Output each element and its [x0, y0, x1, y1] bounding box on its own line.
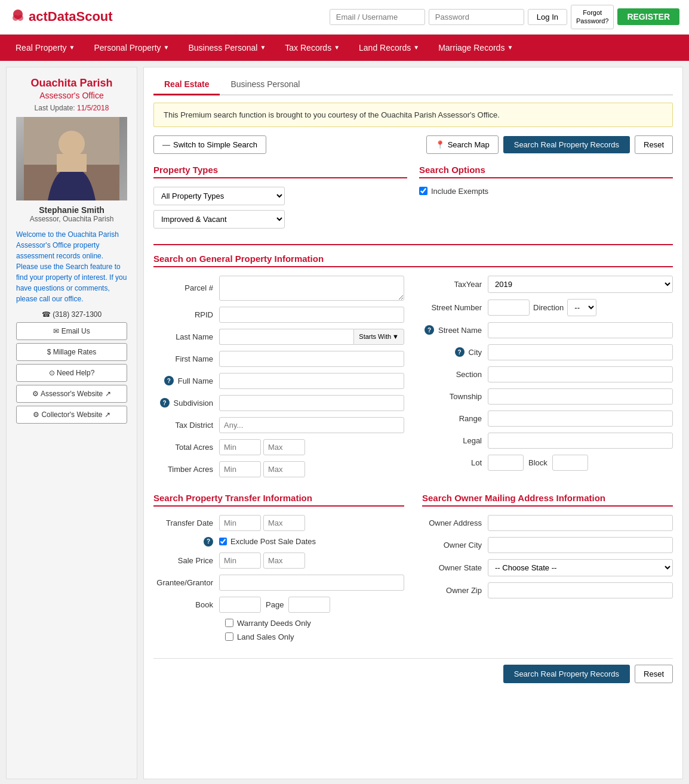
warranty-deeds-checkbox[interactable]: [225, 619, 233, 627]
range-input[interactable]: [488, 410, 673, 427]
direction-select[interactable]: -- N S E W: [567, 299, 596, 316]
parcel-input[interactable]: [219, 276, 404, 301]
full-name-input[interactable]: [219, 373, 404, 389]
city-help-icon[interactable]: ?: [455, 347, 465, 357]
starts-with-button[interactable]: Starts With ▼: [353, 329, 404, 345]
sale-price-label: Sale Price: [153, 556, 219, 565]
land-sales-label-row[interactable]: Land Sales Only: [225, 632, 404, 641]
block-input[interactable]: [552, 455, 588, 471]
nav-item-real-property[interactable]: Real Property ▼: [6, 35, 85, 61]
include-exempts-checkbox[interactable]: [419, 187, 427, 195]
rpid-label: RPID: [153, 310, 219, 319]
forgot-password-button[interactable]: ForgotPassword?: [571, 5, 614, 29]
transfer-date-min[interactable]: [219, 515, 261, 531]
include-exempts-row[interactable]: Include Exempts: [419, 187, 673, 196]
exclude-post-help-icon[interactable]: ?: [204, 537, 213, 547]
total-acres-min[interactable]: [219, 439, 261, 455]
search-map-button[interactable]: 📍 Search Map: [426, 135, 499, 154]
city-input[interactable]: [488, 344, 673, 360]
search-options-title: Search Options: [419, 165, 673, 178]
nav-arrow-business-personal: ▼: [260, 44, 266, 51]
timber-acres-min[interactable]: [219, 461, 261, 477]
tab-business-personal[interactable]: Business Personal: [220, 75, 310, 95]
street-name-label: Street Name: [436, 326, 482, 335]
millage-rates-button[interactable]: $ Millage Rates: [16, 343, 127, 361]
email-input[interactable]: [330, 9, 425, 25]
nav-item-land-records[interactable]: Land Records ▼: [349, 35, 429, 61]
tab-real-estate[interactable]: Real Estate: [153, 75, 220, 95]
rpid-input[interactable]: [219, 307, 404, 323]
nav-arrow-personal-property: ▼: [164, 44, 170, 51]
register-button[interactable]: REGISTER: [617, 8, 679, 25]
owner-address-input[interactable]: [488, 515, 673, 531]
svg-point-2: [17, 15, 23, 21]
tax-year-select[interactable]: 2019 2018 2017: [488, 276, 673, 293]
parcel-label: Parcel #: [153, 283, 219, 292]
nav-item-tax-records[interactable]: Tax Records ▼: [275, 35, 349, 61]
street-number-input[interactable]: [488, 300, 530, 316]
need-help-button[interactable]: ⊙ Need Help?: [16, 364, 127, 382]
legal-input[interactable]: [488, 433, 673, 449]
grantee-grantor-label: Grantee/Grantor: [153, 578, 219, 587]
owner-zip-input[interactable]: [488, 582, 673, 598]
password-input[interactable]: [429, 9, 524, 25]
tax-district-input[interactable]: [219, 417, 404, 433]
pin-icon: 📍: [435, 140, 445, 149]
parish-name: Ouachita Parish: [16, 77, 127, 89]
first-name-row: First Name: [153, 351, 404, 367]
assessor-name: Stephanie Smith: [16, 205, 127, 215]
property-types-title: Property Types: [153, 165, 407, 178]
transfer-date-label: Transfer Date: [153, 518, 219, 527]
timber-acres-min-max: [219, 461, 404, 477]
township-input[interactable]: [488, 388, 673, 405]
nav-item-marriage-records[interactable]: Marriage Records ▼: [429, 35, 522, 61]
email-us-button[interactable]: ✉ Email Us: [16, 322, 127, 340]
nav-item-personal-property[interactable]: Personal Property ▼: [85, 35, 179, 61]
grantee-grantor-input[interactable]: [219, 575, 404, 591]
tax-district-label: Tax District: [153, 421, 219, 430]
book-input[interactable]: [219, 597, 261, 613]
section-row: Section: [422, 366, 673, 382]
last-name-row: Last Name Starts With ▼: [153, 329, 404, 345]
owner-city-input[interactable]: [488, 537, 673, 553]
mailing-section: Search Owner Mailing Address Information…: [422, 493, 673, 646]
sale-price-max[interactable]: [263, 552, 305, 569]
street-name-help-icon[interactable]: ?: [425, 325, 434, 335]
property-sub-type-select[interactable]: Improved & Vacant Improved Only Vacant O…: [153, 210, 285, 229]
township-label: Township: [422, 392, 488, 401]
owner-state-select[interactable]: -- Choose State -- ALAKAZAR CACOCTDE FLG…: [488, 559, 673, 576]
last-name-input[interactable]: [219, 329, 353, 345]
owner-city-row: Owner City: [422, 537, 673, 553]
transfer-date-max[interactable]: [263, 515, 305, 531]
search-real-property-button-bottom[interactable]: Search Real Property Records: [503, 665, 630, 683]
full-name-help-icon[interactable]: ?: [164, 376, 174, 385]
street-name-input[interactable]: [488, 322, 673, 338]
lot-input[interactable]: [488, 455, 524, 471]
reset-button-top[interactable]: Reset: [635, 135, 673, 154]
collector-website-button[interactable]: ⚙ Collector's Website ↗: [16, 406, 127, 424]
land-sales-checkbox[interactable]: [225, 632, 233, 641]
warranty-deeds-label-row[interactable]: Warranty Deeds Only: [225, 619, 404, 628]
assessor-website-button[interactable]: ⚙ Assessor's Website ↗: [16, 385, 127, 403]
search-real-property-button-top[interactable]: Search Real Property Records: [503, 136, 630, 153]
exclude-post-label-row[interactable]: Exclude Post Sale Dates: [219, 537, 316, 546]
subdivision-help-icon[interactable]: ?: [160, 398, 170, 408]
exclude-post-checkbox[interactable]: [219, 538, 227, 545]
total-acres-max[interactable]: [263, 439, 305, 455]
assessor-title: Assessor, Ouachita Parish: [16, 215, 127, 223]
section-input[interactable]: [488, 366, 673, 382]
property-type-select[interactable]: All Property Types Improved Vacant Exemp…: [153, 187, 285, 205]
general-info-right: TaxYear 2019 2018 2017 Street Number Dir…: [422, 276, 673, 483]
login-button[interactable]: Log In: [528, 9, 567, 25]
subdivision-input[interactable]: [219, 395, 404, 411]
page-input[interactable]: [288, 597, 330, 613]
reset-button-bottom[interactable]: Reset: [635, 665, 673, 683]
sale-price-min[interactable]: [219, 552, 261, 569]
tab-bar: Real Estate Business Personal: [153, 75, 673, 95]
nav-item-business-personal[interactable]: Business Personal ▼: [179, 35, 275, 61]
first-name-input[interactable]: [219, 351, 404, 367]
switch-simple-search-button[interactable]: — Switch to Simple Search: [153, 135, 266, 154]
types-options-row: Property Types All Property Types Improv…: [153, 165, 673, 233]
timber-acres-max[interactable]: [263, 461, 305, 477]
last-update-date[interactable]: 11/5/2018: [77, 104, 109, 112]
